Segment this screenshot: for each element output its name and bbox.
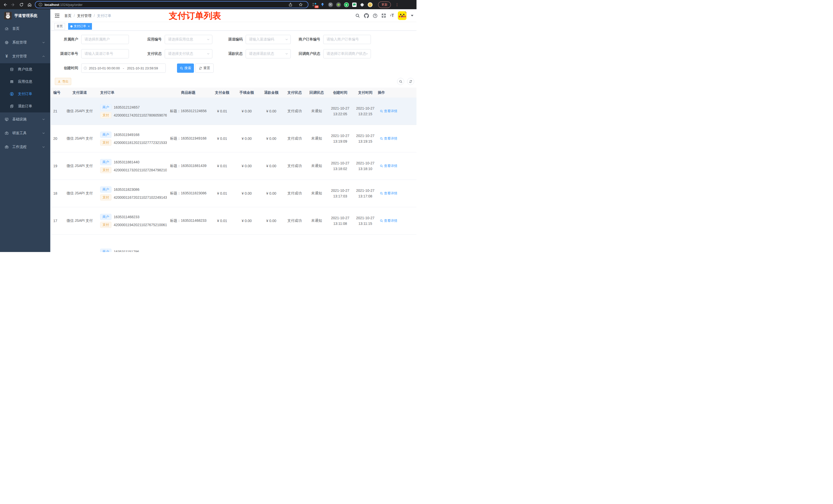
filter-label: 创建时间: [54, 66, 81, 70]
font-size-icon[interactable]: TT: [390, 13, 394, 18]
top-navbar: 首页/支付管理/支付订单 支付订单列表 TT: [51, 9, 416, 22]
github-icon[interactable]: [364, 13, 369, 18]
sidebar-menu: 首页系统管理¥支付管理商户信息应用信息支付订单退款订单基础设施研发工具工作流程: [0, 22, 50, 154]
breadcrumb-item[interactable]: 首页: [64, 14, 71, 18]
fee_amount-cell: ¥ 0.00: [234, 191, 259, 195]
gem-extension-icon[interactable]: [320, 2, 325, 7]
sidebar-item-refund-order[interactable]: 退款订单: [0, 100, 50, 113]
filter-select[interactable]: 请选择支付状态: [165, 49, 212, 58]
channel-cell: 微信 JSAPI 支付: [62, 109, 97, 114]
filter-select[interactable]: 请选择应用信息: [165, 35, 212, 44]
pay-tag: 支付: [100, 194, 112, 200]
create-time-range-input[interactable]: 2021-10-01 00:00:00 - 2021-10-31 23:59:5…: [81, 64, 166, 73]
close-icon[interactable]: ×: [88, 25, 90, 28]
filter-input[interactable]: 请输入渠道订单号: [81, 49, 129, 58]
sidebar-item-system-mgmt[interactable]: 系统管理: [0, 35, 50, 49]
sidebar-item-label: 基础设施: [12, 117, 27, 122]
sidebar-item-pay-order[interactable]: 支付订单: [0, 88, 50, 100]
view-detail-link[interactable]: 查看详情: [384, 191, 397, 196]
sidebar: 芋道管理系统 首页系统管理¥支付管理商户信息应用信息支付订单退款订单基础设施研发…: [0, 9, 50, 252]
view-detail-link[interactable]: 查看详情: [384, 136, 397, 141]
page-content: 所属商户请选择所属商户应用编号请选择应用信息渠道编码请输入渠道编码商户订单编号请…: [51, 31, 416, 252]
search-icon[interactable]: [355, 13, 360, 18]
sidebar-item-merchant-info[interactable]: 商户信息: [0, 63, 50, 75]
filter-input[interactable]: 请输入商户订单编号: [323, 35, 371, 44]
notify_status-cell: 未通知: [306, 136, 328, 141]
placeholder-text: 请输入渠道编码: [249, 37, 274, 42]
filter-select[interactable]: 请选择订单回调商户状态: [323, 49, 371, 58]
forward-icon[interactable]: [11, 2, 15, 7]
column-header: 支付订单: [97, 90, 167, 95]
sidebar-item-home[interactable]: 首页: [0, 22, 50, 35]
column-header: 支付渠道: [62, 90, 97, 95]
sidebar-item-app-info[interactable]: 应用信息: [0, 75, 50, 88]
site-info-icon[interactable]: [39, 3, 43, 7]
show-search-toggle-button[interactable]: [397, 78, 404, 85]
filter-label: 退款状态: [226, 51, 246, 56]
tab-item[interactable]: 首页: [54, 23, 65, 30]
orders-table: 编号支付渠道支付订单商品标题支付金额手续金额退款金额支付状态回调状态创建时间支付…: [51, 88, 416, 252]
fullscreen-icon[interactable]: [381, 13, 386, 18]
order-number: 4200001194202110276752100612: [114, 223, 167, 227]
hamburger-icon[interactable]: [54, 13, 60, 18]
fee_amount-cell: ¥ 0.00: [234, 219, 259, 223]
reset-button[interactable]: 重置: [195, 64, 214, 73]
home-icon[interactable]: [27, 2, 32, 7]
channel-cell: 微信 JSAPI 支付: [62, 164, 97, 168]
date-range-start: 2021-10-01 00:00:00: [89, 66, 120, 70]
back-icon[interactable]: [3, 2, 7, 7]
app-logo[interactable]: 芋道管理系统: [0, 9, 50, 22]
id-cell: 19: [51, 164, 62, 168]
paid-time-cell: 2021-10-2713:11:15: [353, 215, 378, 226]
sidebar-item-payment-mgmt[interactable]: ¥支付管理: [0, 49, 50, 63]
date-range-separator: -: [123, 66, 124, 70]
sidebar-item-label: 研发工具: [12, 131, 27, 136]
export-button[interactable]: 导出: [55, 78, 71, 85]
sidebar-item-label: 支付管理: [12, 54, 27, 58]
sidebar-item-infrastructure[interactable]: 基础设施: [0, 113, 50, 126]
share-icon[interactable]: [288, 3, 292, 7]
chevron-down-icon: [207, 52, 210, 55]
chat-extension-icon[interactable]: [352, 2, 357, 7]
pay-order-cell: 商户1635311823086支付42000011672021102710224…: [97, 185, 167, 202]
view-detail-link[interactable]: 查看详情: [384, 164, 397, 168]
y-extension-icon[interactable]: y: [344, 2, 349, 7]
sidebar-item-dev-tools[interactable]: 研发工具: [0, 126, 50, 140]
help-icon[interactable]: [373, 13, 378, 18]
chevron-down-icon: [42, 118, 45, 121]
chevron-up-icon: [42, 55, 45, 58]
filter-input[interactable]: 请选择所属商户: [81, 35, 129, 44]
view-detail-link[interactable]: 查看详情: [384, 109, 397, 114]
record-extension-icon[interactable]: [336, 2, 341, 7]
pinned-extension-icon[interactable]: 10: [312, 2, 317, 7]
profile-avatar[interactable]: [367, 2, 373, 7]
pay-order-cell: 商户1635311949168支付42000011812021102777232…: [97, 130, 167, 147]
puzzle-extensions-icon[interactable]: [360, 2, 365, 7]
app-title: 芋道管理系统: [14, 13, 38, 18]
command-extension-icon[interactable]: ⌘: [328, 2, 333, 7]
bookmark-star-icon[interactable]: [299, 3, 303, 7]
user-avatar[interactable]: [398, 11, 406, 20]
pay_status-cell: 支付成功: [284, 164, 306, 168]
refresh-table-button[interactable]: [407, 78, 414, 85]
download-icon: [57, 80, 61, 83]
browser-update-button[interactable]: 更新: [378, 2, 391, 8]
avatar-caret-down-icon[interactable]: [411, 15, 413, 16]
filter-select[interactable]: 请选择退款状态: [246, 49, 291, 58]
merchant-tag: 商户: [100, 214, 112, 220]
browser-extensions: 10 ⌘ y 更新 ⋮: [312, 2, 398, 8]
tab-active[interactable]: 支付订单×: [68, 23, 92, 30]
url-bar[interactable]: localhost:1024/pay/order: [35, 1, 308, 8]
reload-icon[interactable]: [19, 2, 24, 7]
placeholder-text: 请选择支付状态: [168, 51, 193, 56]
browser-menu-icon[interactable]: ⋮: [395, 3, 398, 7]
filter-input-field: 商户订单编号请输入商户订单编号: [296, 35, 371, 44]
id-cell: 17: [51, 219, 62, 223]
filter-select[interactable]: 请输入渠道编码: [246, 35, 291, 44]
title-cell: 标题：1635311823086: [167, 191, 210, 196]
view-detail-link[interactable]: 查看详情: [384, 218, 397, 223]
breadcrumb-item[interactable]: 支付管理: [77, 14, 91, 18]
sidebar-item-workflow[interactable]: 工作流程: [0, 140, 50, 154]
chevron-down-icon: [365, 52, 368, 55]
search-button[interactable]: 搜索: [177, 64, 194, 73]
